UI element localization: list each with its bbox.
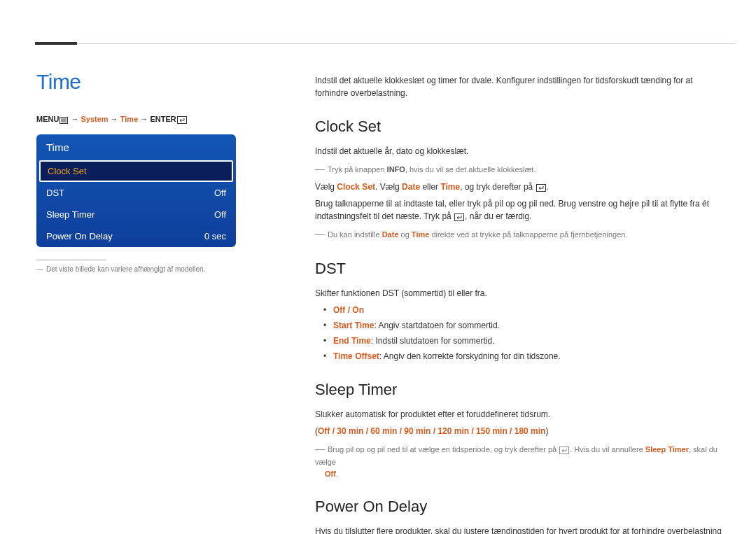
clock-set-note1: ―Tryk på knappen INFO, hvis du vil se de… (315, 162, 728, 176)
enter-icon (454, 213, 464, 221)
dst-p1: Skifter funktionen DST (sommertid) til e… (315, 287, 728, 300)
breadcrumb-arrow: → (140, 115, 150, 123)
menu-row-value: Off (214, 209, 226, 220)
enter-icon (536, 184, 546, 192)
breadcrumb-arrow: → (111, 115, 120, 123)
breadcrumb-menu: MENU (36, 115, 59, 123)
breadcrumb-time: Time (120, 115, 138, 123)
enter-icon (559, 447, 569, 454)
menu-row-label: DST (46, 188, 64, 198)
left-footnote: ―Det viste billede kan variere afhængigt… (36, 265, 246, 274)
sleep-opts: (Off / 30 min / 60 min / 90 min / 120 mi… (315, 425, 728, 437)
dst-bullets: Off / On Start Time: Angiv startdatoen f… (315, 304, 728, 363)
menu-row-sleep-timer[interactable]: Sleep Timer Off (36, 204, 236, 225)
heading-sleep-timer: Sleep Timer (315, 378, 728, 401)
dst-start-time: Start Time: Angiv startdatoen for sommer… (333, 319, 728, 332)
top-divider (35, 43, 735, 44)
power-p1: Hvis du tilslutter flere produkter, skal… (315, 525, 728, 534)
breadcrumb-enter: ENTER (150, 115, 176, 123)
breadcrumb: MENU → System → Time → ENTER (36, 115, 246, 124)
heading-power-on-delay: Power On Delay (315, 495, 728, 518)
intro-text: Indstil det aktuelle klokkeslæt og timer… (315, 74, 728, 99)
top-tab-marker (35, 42, 77, 45)
menu-header: Time (36, 134, 236, 160)
time-menu-panel: Time Clock Set DST Off Sleep Timer Off P… (36, 134, 236, 247)
clock-set-p1: Indstil det aktuelle år, dato og klokkes… (315, 145, 728, 157)
footnote-separator (36, 260, 106, 260)
heading-dst: DST (315, 257, 728, 280)
menu-row-label: Power On Delay (46, 231, 113, 241)
menu-row-power-on-delay[interactable]: Power On Delay 0 sec (36, 225, 236, 247)
menu-icon (59, 117, 68, 124)
menu-row-label: Sleep Timer (46, 209, 94, 220)
menu-row-value: 0 sec (204, 231, 226, 241)
breadcrumb-system: System (81, 115, 108, 123)
dst-end-time: End Time: Indstil slutdatoen for sommert… (333, 335, 728, 347)
breadcrumb-arrow: → (71, 115, 80, 123)
clock-set-note2: ―Du kan indstille Date og Time direkte v… (315, 227, 728, 241)
menu-row-clock-set[interactable]: Clock Set (39, 160, 233, 182)
heading-clock-set: Clock Set (315, 115, 728, 138)
enter-icon (177, 116, 187, 124)
clock-set-p2: Vælg Clock Set. Vælg Date eller Time, og… (315, 181, 728, 193)
menu-row-value: Off (214, 188, 226, 198)
sleep-note: ―Brug pil op og pil ned til at vælge en … (315, 442, 728, 479)
sleep-p1: Slukker automatisk for produktet efter e… (315, 408, 728, 421)
clock-set-p3: Brug talknapperne til at indtaste tal, e… (315, 197, 728, 223)
dst-time-offset: Time Offset: Angiv den korrekte forskydn… (333, 350, 728, 363)
menu-row-label: Clock Set (48, 166, 87, 176)
page-title: Time (36, 70, 246, 94)
menu-row-dst[interactable]: DST Off (36, 182, 236, 204)
dst-opt: Off / On (333, 304, 728, 316)
